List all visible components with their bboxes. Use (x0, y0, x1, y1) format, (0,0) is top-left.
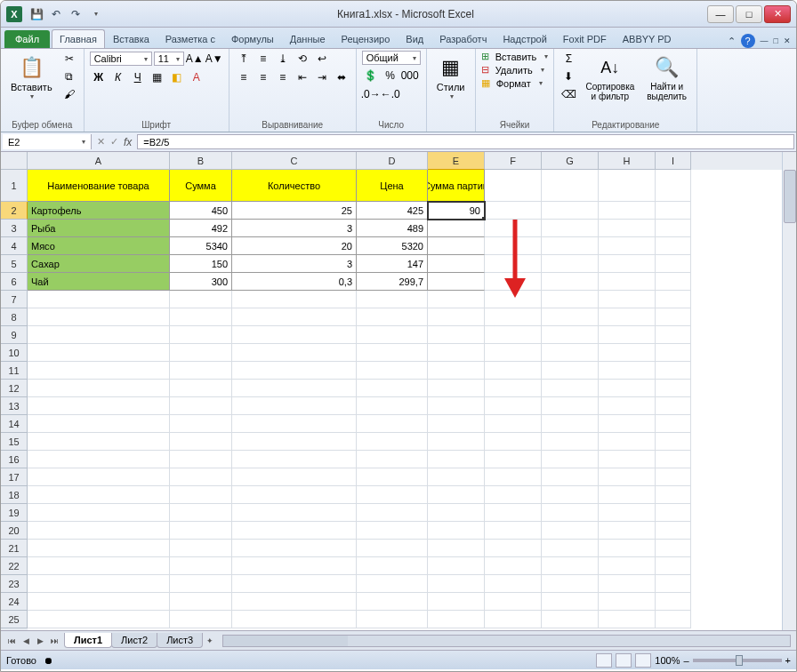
align-middle-button[interactable]: ≡ (254, 51, 272, 67)
font-name-combo[interactable]: Calibri▾ (90, 52, 152, 66)
tab-abbyy pd[interactable]: ABBYY PD (615, 29, 680, 48)
cell-H25[interactable] (599, 611, 656, 628)
cell-G19[interactable] (542, 504, 599, 522)
col-header-H[interactable]: H (599, 152, 656, 170)
cell-E19[interactable] (428, 504, 485, 522)
cell-I17[interactable] (656, 468, 691, 486)
cell-E15[interactable] (428, 433, 485, 451)
minimize-button[interactable]: — (707, 5, 734, 23)
align-left-button[interactable]: ≡ (235, 69, 253, 85)
cell-F3[interactable] (485, 220, 542, 237)
cell-I2[interactable] (656, 202, 691, 220)
col-header-I[interactable]: I (656, 152, 691, 170)
col-header-D[interactable]: D (357, 152, 428, 170)
cell-F23[interactable] (485, 575, 542, 593)
zoom-in-button[interactable]: + (785, 655, 791, 666)
cell-D14[interactable] (357, 415, 428, 433)
cell-I20[interactable] (656, 522, 691, 540)
cell-F10[interactable] (485, 344, 542, 362)
row-header-8[interactable]: 8 (1, 308, 28, 326)
cell-E10[interactable] (428, 344, 485, 362)
row-header-6[interactable]: 6 (1, 273, 28, 291)
cell-F9[interactable] (485, 326, 542, 344)
cell-F8[interactable] (485, 308, 542, 326)
tab-надстрой[interactable]: Надстрой (495, 29, 554, 48)
cell-D4[interactable]: 5320 (357, 237, 428, 255)
cell-G8[interactable] (542, 308, 599, 326)
cell-A20[interactable] (28, 522, 170, 540)
cell-B24[interactable] (170, 593, 232, 611)
cell-I7[interactable] (656, 291, 691, 308)
cell-A12[interactable] (28, 380, 170, 397)
cell-A1[interactable]: Наименование товара (28, 170, 170, 202)
cell-B19[interactable] (170, 504, 232, 522)
col-header-G[interactable]: G (542, 152, 599, 170)
delete-cells-button[interactable]: ⊟ Удалить ▾ (481, 64, 544, 76)
cell-I5[interactable] (656, 255, 691, 273)
cell-I10[interactable] (656, 344, 691, 362)
cell-G5[interactable] (542, 255, 599, 273)
cell-G23[interactable] (542, 575, 599, 593)
cell-F20[interactable] (485, 522, 542, 540)
cell-F12[interactable] (485, 380, 542, 397)
row-header-20[interactable]: 20 (1, 522, 28, 540)
italic-button[interactable]: К (109, 69, 127, 85)
cell-C1[interactable]: Количество (232, 170, 357, 202)
cell-B14[interactable] (170, 415, 232, 433)
cell-A4[interactable]: Мясо (28, 237, 170, 255)
percent-button[interactable]: % (382, 68, 399, 84)
cell-C15[interactable] (232, 433, 357, 451)
doc-minimize-icon[interactable]: — (761, 36, 769, 45)
cell-B1[interactable]: Сумма (170, 170, 232, 202)
cell-H9[interactable] (599, 326, 656, 344)
cell-C8[interactable] (232, 308, 357, 326)
cell-B4[interactable]: 5340 (170, 237, 232, 255)
cut-button[interactable]: ✂ (60, 51, 78, 67)
cell-F2[interactable] (485, 202, 542, 220)
doc-restore-icon[interactable]: □ (774, 36, 778, 45)
cell-A2[interactable]: Картофель (28, 202, 170, 220)
vertical-scrollbar[interactable] (782, 152, 796, 630)
cell-I13[interactable] (656, 397, 691, 415)
cell-H3[interactable] (599, 220, 656, 237)
row-header-17[interactable]: 17 (1, 468, 28, 486)
maximize-button[interactable]: □ (736, 5, 762, 23)
cell-B3[interactable]: 492 (170, 220, 232, 237)
tab-foxit pdf[interactable]: Foxit PDF (555, 29, 615, 48)
cell-F18[interactable] (485, 486, 542, 504)
cell-H10[interactable] (599, 344, 656, 362)
zoom-out-button[interactable]: – (683, 655, 688, 666)
select-all-corner[interactable] (1, 152, 28, 170)
cell-G22[interactable] (542, 557, 599, 575)
sheet-nav-prev[interactable]: ◀ (19, 634, 33, 648)
cell-E17[interactable] (428, 468, 485, 486)
name-box[interactable]: E2▾ (3, 134, 92, 149)
tab-вставка[interactable]: Вставка (105, 29, 157, 48)
cell-F1[interactable] (485, 170, 542, 202)
cell-G13[interactable] (542, 397, 599, 415)
increase-indent-button[interactable]: ⇥ (313, 69, 331, 85)
cell-C17[interactable] (232, 468, 357, 486)
cell-A8[interactable] (28, 308, 170, 326)
cell-H19[interactable] (599, 504, 656, 522)
tab-формулы[interactable]: Формулы (223, 29, 282, 48)
cell-A14[interactable] (28, 415, 170, 433)
row-header-23[interactable]: 23 (1, 575, 28, 593)
macro-record-icon[interactable]: ⏺ (44, 655, 53, 666)
fill-handle[interactable] (481, 216, 485, 220)
cell-H14[interactable] (599, 415, 656, 433)
tab-рецензиро[interactable]: Рецензиро (334, 29, 398, 48)
cell-B6[interactable]: 300 (170, 273, 232, 291)
cell-D11[interactable] (357, 362, 428, 380)
row-header-19[interactable]: 19 (1, 504, 28, 522)
cell-A15[interactable] (28, 433, 170, 451)
align-center-button[interactable]: ≡ (254, 69, 272, 85)
cell-A21[interactable] (28, 540, 170, 557)
cell-E23[interactable] (428, 575, 485, 593)
cell-B15[interactable] (170, 433, 232, 451)
cell-G25[interactable] (542, 611, 599, 628)
cancel-formula-icon[interactable]: ✕ (97, 136, 105, 148)
row-header-24[interactable]: 24 (1, 593, 28, 611)
format-cells-button[interactable]: ▦ Формат ▾ (481, 77, 543, 89)
cell-E11[interactable] (428, 362, 485, 380)
